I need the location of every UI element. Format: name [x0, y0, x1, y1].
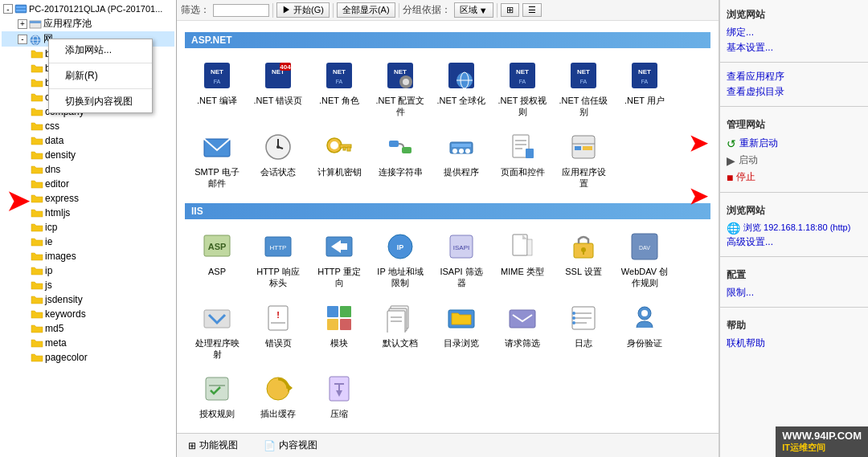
icon-net-config[interactable]: NET .NET 配置文件 [371, 55, 429, 123]
icon-img-default-doc [384, 302, 416, 334]
svg-marker-104 [288, 384, 293, 392]
icon-compress[interactable]: 压缩 [310, 368, 368, 424]
svg-point-96 [572, 312, 575, 315]
view-vdir-link[interactable]: 查看虚拟目录 [727, 84, 862, 100]
tree-apppool[interactable]: + 应用程序池 [2, 16, 174, 31]
icon-session[interactable]: 会话状态 [249, 126, 307, 194]
icon-net-global[interactable]: .NET 全球化 [432, 55, 490, 123]
icon-ip-domain[interactable]: IP IP 地址和域限制 [371, 226, 429, 294]
tree-site-ie[interactable]: ie [2, 235, 174, 249]
content-area[interactable]: ASP.NET NET FA .NET 编译 NET 404 .NET 错误页 [177, 21, 719, 433]
region-button[interactable]: 区域 ▼ [454, 2, 493, 18]
tree-site-density[interactable]: density [2, 148, 174, 162]
icon-provider[interactable]: 提供程序 [432, 126, 490, 194]
icon-img-webdav: DAV [628, 231, 661, 263]
right-browse-addr: 浏览网站 🌐 浏览 192.168.1.18:80 (http) 高级设置... [720, 196, 868, 253]
icon-http-redir[interactable]: HTTP 重定向 [310, 226, 368, 294]
func-view-btn[interactable]: ⊞ 功能视图 [183, 437, 243, 454]
icon-label-net-error: .NET 错误页 [254, 95, 303, 106]
iis-icons-grid: ASP ASP HTTP HTTP 响应标头 HTTP 重定向 IP [185, 226, 710, 424]
icon-mime[interactable]: MIME 类型 [493, 226, 551, 294]
icon-label-isapi: ISAPI 筛选器 [436, 266, 487, 289]
view-toggle-button[interactable]: ⊞ [501, 3, 519, 17]
stop-icon: ■ [727, 171, 733, 184]
restart-link[interactable]: ↺ 重新启动 [727, 135, 862, 152]
tree-site-jsdensity[interactable]: jsdensity [2, 292, 174, 307]
icon-connstr[interactable]: 连接字符串 [371, 126, 429, 194]
limit-link[interactable]: 限制... [727, 285, 862, 300]
icon-auth-rule[interactable]: 授权规则 [188, 368, 246, 424]
online-help-link[interactable]: 联机帮助 [727, 336, 862, 351]
icon-auth2[interactable]: 身份验证 [616, 297, 674, 365]
basic-settings-link[interactable]: 基本设置... [727, 40, 862, 55]
icon-img-net-global [445, 59, 477, 92]
tree-site-dns[interactable]: dns [2, 162, 174, 177]
tree-root[interactable]: - PC-20170121QLJA (PC-201701... [2, 2, 174, 16]
folder-icon [31, 62, 43, 75]
tree-site-icp[interactable]: icp [2, 220, 174, 235]
start-link[interactable]: ▶ 启动 [727, 152, 862, 169]
context-add-site[interactable]: 添加网站... [49, 39, 152, 61]
icon-label-crypto: 计算机密钥 [317, 166, 362, 177]
apppool-expand[interactable]: + [18, 19, 27, 29]
svg-rect-2 [16, 10, 26, 11]
restart-label: 重新启动 [739, 137, 778, 150]
icon-default-doc[interactable]: 默认文档 [371, 297, 429, 365]
icon-img-smtp [201, 131, 233, 163]
icon-handler[interactable]: 处理程序映射 [188, 297, 246, 365]
content-view-btn[interactable]: 📄 内容视图 [259, 437, 322, 454]
icon-net-user[interactable]: NET FA .NET 用户 [616, 55, 674, 123]
icon-dir-browse[interactable]: 目录浏览 [432, 297, 490, 365]
svg-rect-1 [16, 6, 26, 8]
browse-ip-link[interactable]: 浏览 192.168.1.18:80 (http) [743, 221, 850, 235]
icon-ssl[interactable]: SSL 设置 [555, 226, 612, 294]
tree-site-ip[interactable]: ip [2, 263, 174, 278]
icon-log[interactable]: 日志 [555, 297, 612, 365]
tree-site-keywords[interactable]: keywords [2, 307, 174, 321]
icon-req-filter[interactable]: 请求筛选 [493, 297, 551, 365]
icon-crypto[interactable]: 计算机密钥 [310, 126, 368, 194]
tree-site-css[interactable]: css [2, 119, 174, 133]
icon-pagecontrol[interactable]: 页面和控件 [493, 126, 551, 194]
stop-link[interactable]: ■ 停止 [727, 169, 862, 186]
icon-net-trust[interactable]: NET FA .NET 信任级别 [555, 55, 612, 123]
icon-appconfig[interactable]: 应用程序设置 [555, 126, 612, 194]
context-refresh[interactable]: 刷新(R) [49, 65, 152, 87]
restart-icon: ↺ [727, 137, 736, 150]
icon-net-auth[interactable]: NET FA .NET 授权视则 [493, 55, 551, 123]
icon-http-resp[interactable]: HTTP HTTP 响应标头 [249, 226, 307, 294]
expand-icon[interactable]: - [3, 4, 13, 14]
tree-site-md5[interactable]: md5 [2, 321, 174, 336]
filter-input[interactable] [213, 4, 269, 17]
svg-text:DAV: DAV [639, 245, 650, 251]
sites-expand[interactable]: - [18, 35, 27, 44]
list-view-button[interactable]: ☰ [522, 3, 542, 17]
tree-site-meta[interactable]: meta [2, 336, 174, 350]
sites-globe-icon [29, 33, 42, 46]
icon-errpage[interactable]: ! 错误页 [249, 297, 307, 365]
view-app-link[interactable]: 查看应用程序 [727, 69, 862, 84]
apppool-label: 应用程序池 [43, 17, 92, 31]
tree-site-pagecolor[interactable]: pagecolor [2, 350, 174, 365]
icon-net-error[interactable]: NET 404 .NET 错误页 [249, 55, 307, 123]
tree-site-images[interactable]: images [2, 249, 174, 263]
svg-text:NET: NET [333, 68, 346, 75]
icon-net-role[interactable]: NET FA .NET 角色 [310, 55, 368, 123]
icon-module[interactable]: 模块 [310, 297, 368, 365]
advanced-settings-link[interactable]: 高级设置... [727, 235, 862, 250]
icon-smtp[interactable]: SMTP 电子邮件 [188, 126, 246, 194]
icon-asp[interactable]: ASP ASP [188, 226, 246, 294]
site-name-density: density [45, 149, 76, 161]
icon-webdav[interactable]: DAV WebDAV 创作规则 [616, 226, 674, 294]
tree-site-js[interactable]: js [2, 278, 174, 292]
tree-site-data[interactable]: data [2, 133, 174, 148]
icon-output-cache[interactable]: 插出缓存 [249, 368, 307, 424]
icon-isapi[interactable]: ISAPI ISAPI 筛选器 [432, 226, 490, 294]
context-switch-view[interactable]: 切换到内容视图 [49, 91, 152, 112]
svg-rect-74 [583, 251, 584, 255]
show-all-button[interactable]: 全部显示(A) [337, 2, 395, 18]
start-button[interactable]: ▶ 开始(G) [276, 2, 330, 18]
bind-link[interactable]: 绑定... [727, 25, 862, 40]
context-menu[interactable]: 添加网站... 刷新(R) 切换到内容视图 [48, 39, 153, 113]
icon-net-compile[interactable]: NET FA .NET 编译 [188, 55, 246, 123]
